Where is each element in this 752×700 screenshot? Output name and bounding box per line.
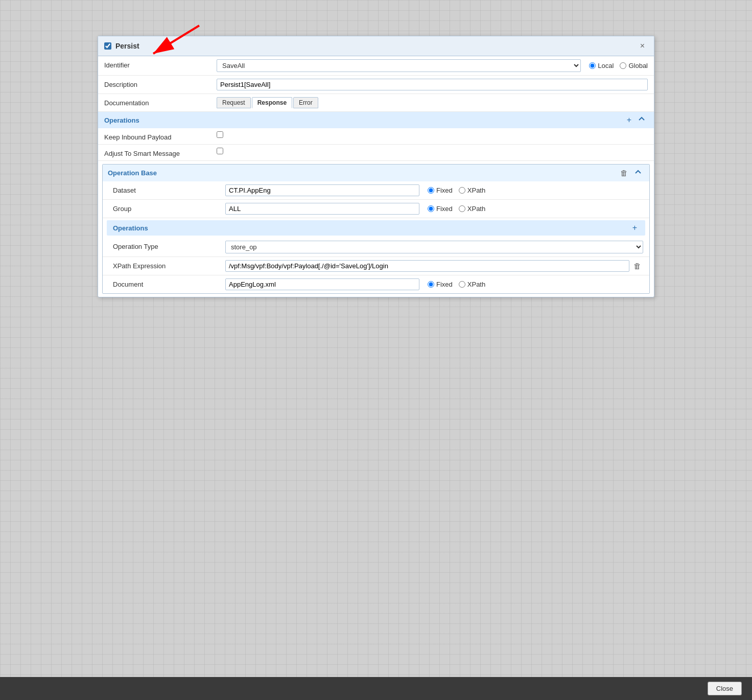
- operations-sub-add-button[interactable]: +: [630, 223, 639, 232]
- dataset-control: Fixed XPath: [225, 184, 643, 196]
- operations-title: Operations: [104, 116, 139, 124]
- operation-base-title: Operation Base: [108, 169, 157, 177]
- local-radio-label[interactable]: Local: [589, 62, 614, 69]
- identifier-control: SaveAll Local Global: [217, 59, 648, 72]
- dataset-label: Dataset: [113, 184, 225, 194]
- global-radio[interactable]: [620, 62, 626, 69]
- documentation-row: Documentation Request Response Error: [98, 94, 654, 112]
- dialog-close-button[interactable]: ×: [637, 40, 648, 52]
- operation-base-delete-button[interactable]: 🗑: [618, 168, 630, 178]
- description-label: Description: [104, 79, 217, 88]
- keep-inbound-label: Keep Inbound Payload: [104, 131, 217, 141]
- operation-type-control: store_op: [225, 241, 643, 253]
- xpath-expression-control: 🗑: [225, 260, 643, 272]
- document-row: Document Fixed XPath: [103, 275, 649, 293]
- keep-inbound-checkbox[interactable]: [217, 131, 223, 138]
- documentation-tab-group: Request Response Error: [217, 97, 319, 108]
- xpath-expression-input[interactable]: [225, 260, 629, 272]
- adjust-smart-control: [217, 148, 648, 154]
- group-row: Group Fixed XPath: [103, 200, 649, 218]
- operations-add-button[interactable]: +: [625, 115, 633, 125]
- persist-checkbox[interactable]: [104, 42, 111, 50]
- document-control: Fixed XPath: [225, 278, 643, 290]
- document-xpath-label[interactable]: XPath: [459, 281, 485, 288]
- group-xpath-radio[interactable]: [459, 205, 465, 212]
- document-input[interactable]: [225, 278, 419, 290]
- identifier-label: Identifier: [104, 59, 217, 69]
- group-control: Fixed XPath: [225, 203, 643, 215]
- adjust-smart-checkbox[interactable]: [217, 148, 223, 154]
- operation-type-row: Operation Type store_op: [103, 238, 649, 257]
- identifier-row: Identifier SaveAll Local Global: [98, 56, 654, 76]
- main-area: Persist × Identifier SaveAll Local Globa…: [0, 26, 752, 690]
- operations-sub-actions: +: [630, 223, 639, 232]
- dataset-xpath-label[interactable]: XPath: [459, 186, 485, 194]
- dataset-row: Dataset Fixed XPath: [103, 181, 649, 200]
- operation-type-select[interactable]: store_op: [225, 241, 643, 253]
- identifier-select[interactable]: SaveAll: [217, 59, 581, 72]
- dataset-fixed-radio[interactable]: [428, 187, 434, 194]
- keep-inbound-control: [217, 131, 648, 138]
- document-label: Document: [113, 278, 225, 288]
- local-radio[interactable]: [589, 62, 596, 69]
- operation-base-collapse-button[interactable]: [632, 168, 644, 178]
- tab-error[interactable]: Error: [293, 97, 318, 108]
- operations-collapse-button[interactable]: [636, 115, 648, 125]
- document-radio-group: Fixed XPath: [428, 281, 485, 288]
- description-control: [217, 79, 648, 90]
- operations-sub-title: Operations: [113, 224, 148, 232]
- operation-base-actions: 🗑: [618, 168, 644, 178]
- xpath-expression-label: XPath Expression: [113, 260, 225, 270]
- group-label: Group: [113, 203, 225, 213]
- adjust-smart-row: Adjust To Smart Message: [98, 145, 654, 161]
- operation-type-label: Operation Type: [113, 241, 225, 250]
- dataset-xpath-radio[interactable]: [459, 187, 465, 194]
- documentation-tabs: Request Response Error: [217, 97, 648, 108]
- tab-response[interactable]: Response: [252, 97, 292, 108]
- description-row: Description: [98, 76, 654, 94]
- documentation-label: Documentation: [104, 97, 217, 107]
- document-xpath-radio[interactable]: [459, 281, 465, 288]
- description-input[interactable]: [217, 79, 648, 90]
- xpath-expression-row: XPath Expression 🗑: [103, 257, 649, 275]
- group-input[interactable]: [225, 203, 419, 215]
- group-radio-group: Fixed XPath: [428, 205, 485, 213]
- dialog-title: Persist: [115, 42, 139, 50]
- persist-dialog: Persist × Identifier SaveAll Local Globa…: [98, 36, 654, 297]
- dialog-header: Persist ×: [98, 36, 654, 56]
- identifier-radio-group: Local Global: [589, 62, 648, 69]
- group-xpath-label[interactable]: XPath: [459, 205, 485, 213]
- global-radio-label[interactable]: Global: [620, 62, 648, 69]
- dataset-radio-group: Fixed XPath: [428, 186, 485, 194]
- xpath-expression-delete-button[interactable]: 🗑: [631, 261, 643, 271]
- document-fixed-label[interactable]: Fixed: [428, 281, 453, 288]
- adjust-smart-label: Adjust To Smart Message: [104, 148, 217, 157]
- operations-section-actions: +: [625, 115, 648, 125]
- dataset-input[interactable]: [225, 184, 419, 196]
- group-fixed-label[interactable]: Fixed: [428, 205, 453, 213]
- dataset-fixed-label[interactable]: Fixed: [428, 186, 453, 194]
- document-fixed-radio[interactable]: [428, 281, 434, 288]
- tab-request[interactable]: Request: [217, 97, 251, 108]
- group-fixed-radio[interactable]: [428, 205, 434, 212]
- operation-base-header: Operation Base 🗑: [103, 165, 649, 181]
- operation-base-section: Operation Base 🗑 Dataset Fixed: [102, 164, 650, 294]
- operations-sub-header: Operations +: [107, 220, 645, 236]
- operations-section-header: Operations +: [98, 112, 654, 128]
- keep-inbound-row: Keep Inbound Payload: [98, 128, 654, 145]
